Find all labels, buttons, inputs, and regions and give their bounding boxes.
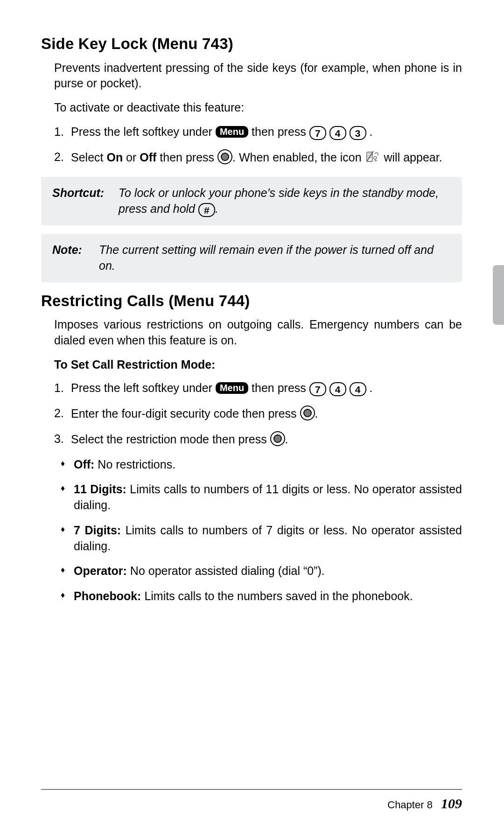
list-item: ♦ Operator: No operator assisted dialing… <box>61 563 462 579</box>
list-number: 1. <box>54 380 71 397</box>
heading-side-key-lock: Side Key Lock (Menu 743) <box>41 34 462 55</box>
key-7-icon: 7 <box>309 382 326 396</box>
heading-restricting-calls: Restricting Calls (Menu 744) <box>41 291 462 312</box>
list-number: 2. <box>54 149 71 168</box>
paragraph: Imposes various restrictions on outgoing… <box>54 317 462 349</box>
list-item: ♦ Phonebook: Limits calls to the numbers… <box>61 588 462 604</box>
list-item: 3. Select the restriction mode then pres… <box>54 431 462 448</box>
callout-body: The current setting will remain even if … <box>99 242 453 274</box>
list-number: 2. <box>54 406 71 422</box>
bullet-diamond-icon: ♦ <box>61 523 74 554</box>
callout-label: Shortcut: <box>52 185 110 217</box>
page-edge-tab <box>493 265 504 325</box>
bullet-diamond-icon: ♦ <box>61 457 74 473</box>
list-item: ♦ Off: No restrictions. <box>61 457 462 473</box>
list-item: 2. Select On or Off then press . When en… <box>54 149 462 168</box>
section-side-key-lock: Side Key Lock (Menu 743) Prevents inadve… <box>41 34 462 282</box>
side-key-lock-icon <box>366 150 380 168</box>
paragraph: To activate or deactivate this feature: <box>54 100 462 116</box>
list-item: 1. Press the left softkey under Menu the… <box>54 380 462 397</box>
ok-button-icon <box>270 431 285 446</box>
menu-softkey-icon: Menu <box>216 126 248 138</box>
subheading: To Set Call Restriction Mode: <box>54 357 462 373</box>
section-restricting-calls: Restricting Calls (Menu 744) Imposes var… <box>41 291 462 604</box>
ok-button-icon <box>300 406 315 420</box>
menu-softkey-icon: Menu <box>216 382 248 394</box>
key-hash-icon: # <box>198 203 215 217</box>
key-4-icon: 4 <box>329 382 346 396</box>
note-callout: Note: The current setting will remain ev… <box>41 234 462 282</box>
page-number: 109 <box>441 796 462 811</box>
footer-rule <box>41 789 462 790</box>
list-number: 3. <box>54 431 71 448</box>
paragraph: Prevents inadvertent pressing of the sid… <box>54 60 462 92</box>
page-footer: Chapter 8 109 <box>41 789 462 813</box>
key-3-icon: 3 <box>350 126 366 140</box>
shortcut-callout: Shortcut: To lock or unlock your phone's… <box>41 177 462 225</box>
key-7-icon: 7 <box>309 126 326 140</box>
callout-body: To lock or unlock your phone's side keys… <box>119 185 453 217</box>
list-item: ♦ 7 Digits: Limits calls to numbers of 7… <box>61 523 462 554</box>
key-4-icon: 4 <box>350 382 366 396</box>
list-number: 1. <box>54 124 71 140</box>
callout-label: Note: <box>52 242 91 274</box>
ok-button-icon <box>217 149 232 164</box>
chapter-label: Chapter 8 <box>387 799 433 811</box>
bullet-diamond-icon: ♦ <box>61 588 74 604</box>
list-item: 2. Enter the four-digit security code th… <box>54 406 462 422</box>
key-4-icon: 4 <box>329 126 346 140</box>
list-item: ♦ 11 Digits: Limits calls to numbers of … <box>61 482 462 513</box>
bullet-diamond-icon: ♦ <box>61 563 74 579</box>
bullet-diamond-icon: ♦ <box>61 482 74 513</box>
list-item: 1. Press the left softkey under Menu the… <box>54 124 462 140</box>
